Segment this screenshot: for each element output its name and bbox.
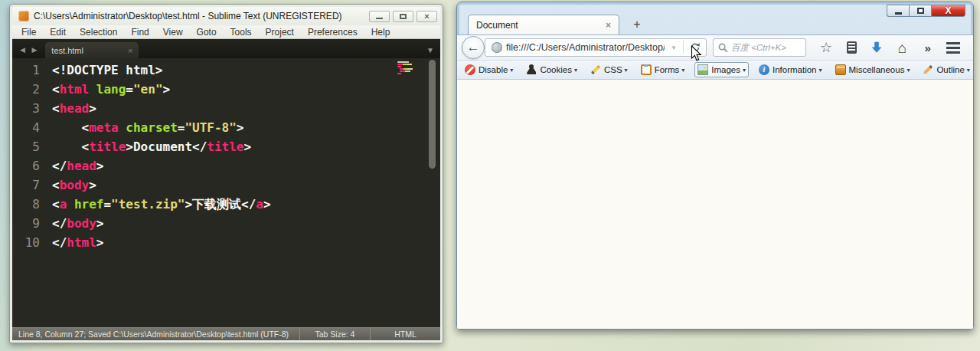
bookmarks-icon [847,41,857,54]
maximize-icon [917,8,924,14]
devtool-information-button[interactable]: Information▾ [756,62,825,77]
sublime-window: C:\Users\Administrator\Desktop\test.html… [9,4,443,343]
devtool-disable-button[interactable]: Disable▾ [462,62,516,77]
line-number: 2 [12,80,40,99]
devtool-images-button[interactable]: Images▾ [694,62,749,77]
home-button[interactable]: ⌂ [893,38,913,57]
back-button[interactable]: ← [462,36,485,59]
more-tools-button[interactable]: » [918,38,938,57]
hamburger-icon [946,42,960,54]
url-text[interactable]: file:///C:/Users/Administrator/Desktop/ [506,42,665,53]
menu-goto[interactable]: Goto [191,26,223,38]
downloads-button[interactable] [867,38,887,57]
status-cursor-position: Line 8, Column 27; Saved C:\Users\Admini… [18,330,299,339]
star-icon: ☆ [820,41,832,54]
sublime-titlebar[interactable]: C:\Users\Administrator\Desktop\test.html… [12,7,440,25]
search-box[interactable] [713,38,806,57]
reload-button[interactable] [688,42,703,53]
status-tab-size[interactable]: Tab Size: 4 [299,328,370,340]
dropdown-caret-icon: ▾ [510,67,513,74]
browser-titlebar[interactable]: Document × + X [457,2,973,34]
menu-button[interactable] [943,38,963,57]
devtool-cookies-button[interactable]: Cookies▾ [523,62,580,77]
close-button[interactable]: × [416,11,437,22]
status-syntax[interactable]: HTML [370,328,440,340]
code-line[interactable]: 6</head> [12,156,440,176]
bookmark-star-button[interactable]: ☆ [816,38,836,57]
line-number: 10 [12,233,40,252]
new-tab-button[interactable]: + [627,16,647,33]
maximize-button[interactable] [909,5,931,17]
maximize-button[interactable] [393,11,413,22]
globe-icon [492,42,502,53]
scrollbar-thumb[interactable] [429,60,436,169]
devtool-label: Disable [479,65,508,74]
browser-navbar: ← file:///C:/Users/Administrator/Desktop… [457,34,973,61]
status-right: Tab Size: 4 HTML [299,328,440,340]
minimap[interactable] [397,61,414,74]
menu-edit[interactable]: Edit [44,26,72,38]
search-input[interactable] [731,43,800,52]
maximize-icon [400,14,407,19]
minimize-icon [376,18,383,19]
minimize-button[interactable] [369,11,390,22]
devtool-label: Miscellaneous [849,65,905,74]
devtool-forms-button[interactable]: Forms▾ [638,62,688,77]
code-line[interactable]: 4 <meta charset="UTF-8"> [12,118,440,137]
menu-project[interactable]: Project [260,26,300,38]
information-icon [759,64,769,75]
devtool-label: Forms [655,65,680,74]
devtool-label: Images [711,65,740,74]
code-text: </head> [52,156,103,176]
menu-tools[interactable]: Tools [224,26,258,38]
menu-file[interactable]: File [15,26,42,38]
sublime-app-icon [18,11,29,21]
line-number: 1 [12,61,40,80]
code-line[interactable]: 8<a href="test.zip">下载测试</a> [12,195,440,214]
url-bar[interactable]: file:///C:/Users/Administrator/Desktop/ … [485,38,707,57]
code-line[interactable]: 10</html> [12,233,440,252]
menu-find[interactable]: Find [125,26,155,38]
code-line[interactable]: 2<html lang="en"> [12,80,440,99]
code-text: </html> [52,233,103,252]
browser-tab-label: Document [476,20,606,31]
line-number: 8 [12,195,40,214]
browser-content[interactable] [457,80,973,329]
menu-view[interactable]: View [157,26,189,38]
menu-selection[interactable]: Selection [74,26,123,38]
code-line[interactable]: 7<body> [12,176,440,195]
code-line[interactable]: 1<!DOCTYPE html> [12,61,440,80]
tab-scroll-arrows-icon[interactable]: ◀ ▶ [12,46,45,58]
menu-help[interactable]: Help [365,26,397,38]
code-line[interactable]: 5 <title>Document</title> [12,137,440,156]
miscellaneous-icon [835,64,846,75]
minimize-button[interactable] [887,5,909,17]
code-area[interactable]: 1<!DOCTYPE html>2<html lang="en">3<head>… [12,58,440,327]
browser-window: Document × + X ← file:///C:/Users/Admini… [456,2,974,330]
tab-close-icon[interactable]: × [606,20,611,31]
menu-preferences[interactable]: Preferences [302,26,364,38]
sublime-menubar: FileEditSelectionFindViewGotoToolsProjec… [12,25,440,39]
browser-window-controls: X [887,5,965,17]
code-line[interactable]: 3<head> [12,99,440,118]
devtool-label: Information [773,65,817,74]
close-button[interactable]: X [931,5,965,17]
download-arrow-icon [871,41,882,54]
devtool-miscellaneous-button[interactable]: Miscellaneous▾ [832,62,913,77]
code-text: <body> [52,176,96,195]
browser-tab-document[interactable]: Document × [468,15,619,34]
bookmarks-menu-button[interactable] [841,38,861,57]
url-dropdown-icon[interactable]: ▼ [668,44,679,51]
line-number: 9 [12,214,40,233]
devtool-css-button[interactable]: CSS▾ [587,62,631,77]
tab-overflow-icon[interactable]: ▼ [426,46,434,54]
dropdown-caret-icon: ▾ [967,67,970,74]
line-number: 7 [12,176,40,195]
code-line[interactable]: 9</body> [12,214,440,233]
tab-close-icon[interactable]: × [128,46,132,55]
editor-tab-test-html[interactable]: test.html × [45,42,139,58]
code-text: <html lang="en"> [52,80,170,99]
code-text: <title>Document</title> [52,137,251,156]
devtool-outline-button[interactable]: Outline▾ [920,62,972,77]
images-icon [697,64,708,75]
